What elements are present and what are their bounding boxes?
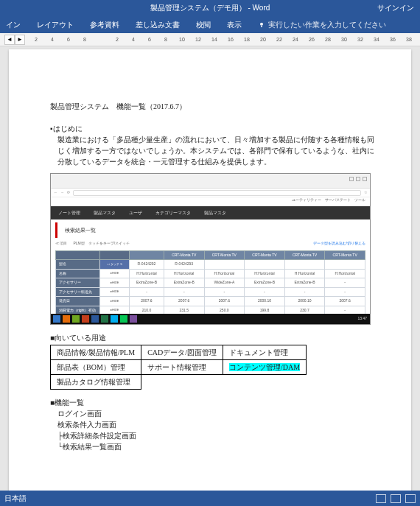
app-nav: ノート管理製品マスタユーザカテゴリーマスタ製品マスタ	[51, 206, 370, 219]
app-top-links: ユーティリティー サーバステート ツール	[51, 197, 370, 206]
status-language[interactable]: 日本語	[4, 493, 27, 504]
use-cell: 商品情報/製品情報/PLM	[51, 345, 141, 360]
ruler-next-button[interactable]: ►	[15, 35, 25, 45]
tell-me-box[interactable]: 実行したい作業を入力してください	[258, 20, 386, 30]
status-bar: 日本語	[0, 491, 420, 506]
section-intro-heading: ▪はじめに	[50, 123, 379, 134]
tell-me-placeholder: 実行したい作業を入力してください	[268, 20, 386, 30]
tab-layout[interactable]: レイアウト	[37, 20, 74, 30]
uses-table: 商品情報/製品情報/PLMCADデータ/図面管理ドキュメント管理部品表（BOM）…	[50, 345, 307, 390]
tab-references[interactable]: 参考資料	[90, 20, 119, 30]
func-item: ログイン画面	[57, 408, 379, 419]
use-cell: サポート情報管理	[141, 360, 223, 375]
func-item: 検索条件入力画面	[57, 419, 379, 430]
tab-mailings[interactable]: 差し込み文書	[136, 20, 180, 30]
embedded-screenshot: ←→⟳☆ ユーティリティー サーバステート ツール ノート管理製品マスタユーザカ…	[50, 173, 371, 325]
use-cell: 製品カタログ情報管理	[51, 375, 141, 390]
tab-review[interactable]: 校閲	[196, 20, 211, 30]
document-title: 製品管理システム（デモ用） - Word	[150, 3, 270, 13]
ruler-prev-button[interactable]: ◄	[4, 35, 15, 45]
page: 製品管理システム 機能一覧（2017.6.7） ▪はじめに 製造業における「多品…	[9, 49, 411, 491]
title-bar: 製品管理システム（デモ用） - Word サインイン	[0, 0, 420, 16]
section-functions-heading: ■機能一覧	[50, 397, 379, 408]
use-cell: 部品表（BOM）管理	[51, 360, 141, 375]
sign-in-link[interactable]: サインイン	[377, 3, 414, 13]
intro-paragraph: 製造業における「多品種少量生産」の流れにおいて、日々増加する製品に付随する各種情…	[57, 134, 379, 167]
browser-chrome	[51, 174, 370, 189]
doc-heading: 製品管理システム 機能一覧（2017.6.7）	[50, 101, 379, 112]
func-item: ├検索詳細条件設定画面	[57, 430, 379, 441]
view-switcher[interactable]	[376, 494, 416, 503]
section-uses-heading: ■向いている用途	[50, 332, 379, 343]
ruler-nav: ◄ ►	[4, 35, 25, 45]
use-cell: コンテンツ管理/DAM	[223, 360, 307, 375]
use-cell: ドキュメント管理	[223, 345, 307, 360]
browser-address-bar: ←→⟳☆	[51, 189, 370, 197]
document-area[interactable]: 製品管理システム 機能一覧（2017.6.7） ▪はじめに 製造業における「多品…	[0, 46, 420, 491]
app-breadcrumb: 検索結果一覧	[55, 222, 365, 238]
svg-point-0	[260, 22, 263, 25]
func-item: └検索結果一覧画面	[57, 441, 379, 452]
ribbon-tabs: イン レイアウト 参考資料 差し込み文書 校閲 表示 実行したい作業を入力してく…	[0, 16, 420, 33]
svg-rect-1	[261, 25, 262, 27]
lightbulb-icon	[258, 21, 265, 29]
ruler: ◄ ► 246824681012141618202224262830323436…	[0, 33, 420, 46]
tab-design[interactable]: イン	[6, 20, 21, 30]
tab-view[interactable]: 表示	[227, 20, 242, 30]
inner-taskbar: 13:47	[51, 314, 370, 324]
use-cell: CADデータ/図面管理	[141, 345, 223, 360]
